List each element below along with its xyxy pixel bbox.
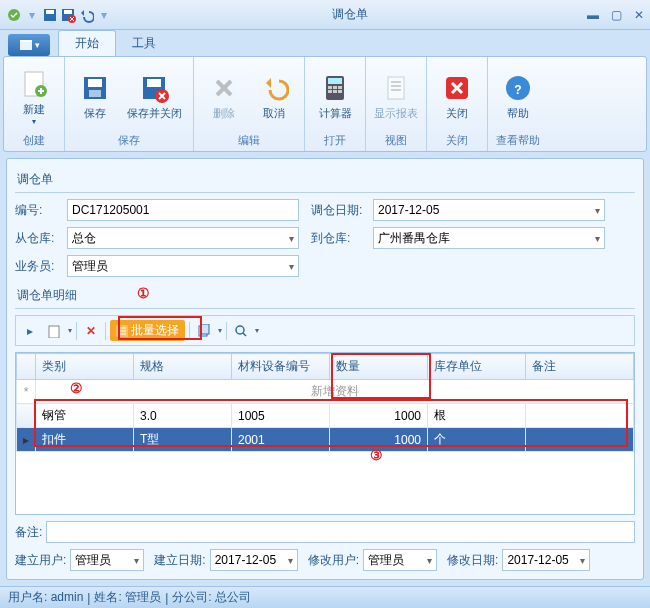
col-remark[interactable]: 备注 [526, 354, 634, 380]
svg-rect-27 [391, 89, 401, 91]
remark-input[interactable] [46, 521, 635, 543]
group-edit: 删除 取消 编辑 [194, 57, 305, 151]
svg-rect-21 [328, 90, 332, 93]
new-row-icon[interactable] [44, 321, 64, 341]
maximize-button[interactable]: ▢ [611, 8, 622, 22]
calculator-button[interactable]: 计算器 [311, 61, 359, 132]
svg-rect-2 [46, 10, 54, 14]
detail-grid[interactable]: 类别 规格 材料设备编号 数量 库存单位 备注 *新增资料 钢管3.010051… [16, 353, 634, 452]
col-category[interactable]: 类别 [36, 354, 134, 380]
svg-rect-4 [64, 10, 72, 14]
saveclose-icon [138, 72, 170, 104]
col-unit[interactable]: 库存单位 [428, 354, 526, 380]
num-input[interactable]: DC171205001 [67, 199, 299, 221]
ribbon: 新建 ▾ 创建 保存 保存并关闭 保存 删除 取消 [3, 56, 647, 152]
app-icon [6, 7, 22, 23]
date-label: 调仓日期: [311, 202, 369, 219]
svg-rect-12 [89, 90, 101, 97]
create-user-input[interactable]: 管理员▾ [70, 549, 144, 571]
delete-row-icon[interactable]: ✕ [81, 321, 101, 341]
save-icon [79, 72, 111, 104]
undo-icon [258, 72, 290, 104]
svg-rect-25 [391, 81, 401, 83]
remark-row: 备注: [15, 521, 635, 543]
new-icon [18, 68, 50, 100]
close-form-button[interactable]: 关闭 [433, 61, 481, 132]
table-row[interactable]: 钢管3.010051000根 [17, 404, 634, 428]
remark-label: 备注: [15, 524, 42, 541]
svg-rect-17 [328, 78, 342, 84]
section-header: 调仓单 [15, 167, 635, 193]
group-help: ? 帮助 查看帮助 [488, 57, 548, 151]
new-row[interactable]: *新增资料 [17, 380, 634, 404]
qat-saveclose-icon[interactable] [60, 7, 76, 23]
delete-button[interactable]: 删除 [200, 61, 248, 132]
report-button[interactable]: 显示报表 [372, 61, 420, 132]
close-icon [441, 72, 473, 104]
modify-user-label: 修改用户: [308, 552, 359, 569]
delete-icon [208, 72, 240, 104]
svg-rect-23 [338, 90, 342, 93]
search-icon[interactable] [231, 321, 251, 341]
svg-rect-26 [391, 85, 401, 87]
help-button[interactable]: ? 帮助 [494, 61, 542, 132]
file-button[interactable]: ▾ [8, 34, 50, 56]
detail-toolbar: ▸ ▾ ✕ 批量选择 ▾ ▾ [15, 315, 635, 346]
status-branch: 分公司: 总公司 [172, 589, 251, 606]
save-button[interactable]: 保存 [71, 61, 119, 132]
svg-rect-31 [49, 326, 59, 338]
svg-rect-18 [328, 86, 332, 89]
to-input[interactable]: 广州番禺仓库▾ [373, 227, 605, 249]
help-icon: ? [502, 72, 534, 104]
window-title: 调仓单 [112, 6, 587, 23]
saveclose-button[interactable]: 保存并关闭 [121, 61, 187, 132]
svg-rect-14 [147, 79, 161, 87]
group-save: 保存 保存并关闭 保存 [65, 57, 194, 151]
col-spec[interactable]: 规格 [134, 354, 232, 380]
cancel-button[interactable]: 取消 [250, 61, 298, 132]
tab-tools[interactable]: 工具 [116, 31, 172, 56]
annotation-1: ① [137, 285, 150, 301]
from-input[interactable]: 总仓▾ [67, 227, 299, 249]
qat-dropdown-icon[interactable]: ▾ [96, 7, 112, 23]
qat-divider: ▾ [24, 7, 40, 23]
svg-rect-20 [338, 86, 342, 89]
svg-rect-34 [201, 324, 209, 334]
qat-undo-icon[interactable] [78, 7, 94, 23]
calculator-icon [319, 72, 351, 104]
table-row-selected[interactable]: ▸扣件T型20011000个 [17, 428, 634, 452]
date-input[interactable]: 2017-12-05▾ [373, 199, 605, 221]
batch-select-button[interactable]: 批量选择 [110, 320, 185, 341]
op-label: 业务员: [15, 258, 63, 275]
status-bar: 用户名: admin | 姓名: 管理员 | 分公司: 总公司 [0, 586, 650, 608]
col-code[interactable]: 材料设备编号 [232, 354, 330, 380]
group-view: 显示报表 视图 [366, 57, 427, 151]
svg-rect-11 [88, 79, 102, 87]
copy-icon[interactable] [194, 321, 214, 341]
create-user-label: 建立用户: [15, 552, 66, 569]
content-panel: 调仓单 编号:DC171205001 调仓日期:2017-12-05▾ 从仓库:… [6, 158, 644, 580]
group-close: 关闭 关闭 [427, 57, 488, 151]
col-qty[interactable]: 数量 [330, 354, 428, 380]
minimize-button[interactable]: ▬ [587, 8, 599, 22]
svg-rect-22 [333, 90, 337, 93]
svg-text:?: ? [514, 83, 521, 97]
qat-save-icon[interactable] [42, 7, 58, 23]
tab-start[interactable]: 开始 [58, 30, 116, 56]
modify-date-label: 修改日期: [447, 552, 498, 569]
op-input[interactable]: 管理员▾ [67, 255, 299, 277]
create-date-input[interactable]: 2017-12-05▾ [210, 549, 298, 571]
new-button[interactable]: 新建 ▾ [10, 61, 58, 132]
status-name: 姓名: 管理员 [94, 589, 161, 606]
grid-wrapper: 类别 规格 材料设备编号 数量 库存单位 备注 *新增资料 钢管3.010051… [15, 352, 635, 515]
status-user: 用户名: admin [8, 589, 83, 606]
create-date-label: 建立日期: [154, 552, 205, 569]
group-create: 新建 ▾ 创建 [4, 57, 65, 151]
svg-rect-19 [333, 86, 337, 89]
ribbon-tabs: ▾ 开始 工具 [0, 30, 650, 56]
footer-row: 建立用户:管理员▾ 建立日期:2017-12-05▾ 修改用户:管理员▾ 修改日… [15, 549, 635, 571]
modify-date-input[interactable]: 2017-12-05▾ [502, 549, 590, 571]
expand-icon[interactable]: ▸ [20, 321, 40, 341]
modify-user-input[interactable]: 管理员▾ [363, 549, 437, 571]
close-button[interactable]: ✕ [634, 8, 644, 22]
